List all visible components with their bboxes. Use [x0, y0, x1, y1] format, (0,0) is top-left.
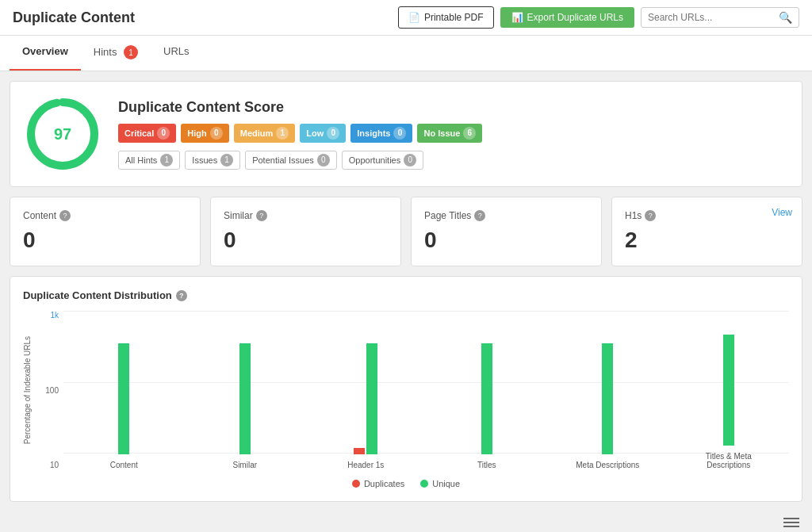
printable-pdf-button[interactable]: 📄 Printable PDF: [398, 6, 494, 29]
filter-pills: All Hints 1 Issues 1 Potential Issues 0 …: [118, 151, 789, 170]
bar-similar-unique: [239, 343, 251, 454]
score-donut: 97: [23, 94, 102, 174]
search-input[interactable]: [648, 12, 779, 23]
bar-label-meta: Meta Descriptions: [576, 461, 639, 469]
top-bar-actions: 📄 Printable PDF 📊 Export Duplicate URLs …: [398, 6, 799, 29]
badge-row: Critical 0 High 0 Medium 1 Low 0 Insight…: [118, 124, 789, 143]
metric-similar: Similar ? 0: [210, 197, 401, 266]
chart-inner: Content Similar Header 1s: [63, 311, 789, 469]
top-bar: Duplicate Content 📄 Printable PDF 📊 Expo…: [0, 0, 812, 36]
y-label-1k: 1k: [38, 311, 59, 320]
bar-content-unique: [118, 343, 129, 454]
bar-titlesmeta-unique: [723, 335, 734, 446]
page-titles-help-icon[interactable]: ?: [474, 210, 485, 221]
footer-actions: [0, 511, 812, 532]
tab-hints[interactable]: Hints 1: [81, 36, 151, 71]
search-box: 🔍: [641, 7, 799, 28]
y-label-10: 10: [38, 461, 59, 469]
bar-group-titles-meta: Titles & MetaDescriptions: [668, 319, 790, 469]
bar-label-titles: Titles: [477, 461, 496, 469]
pill-opportunities[interactable]: Opportunities 0: [342, 151, 423, 170]
bar-meta-unique: [602, 343, 613, 454]
bar-group-content: Content: [63, 327, 185, 469]
legend-uniq-dot: [420, 480, 428, 488]
bar-label-content: Content: [110, 461, 138, 469]
pdf-icon: 📄: [408, 12, 420, 23]
badge-low[interactable]: Low 0: [300, 124, 346, 143]
y-label-100: 100: [38, 386, 59, 395]
score-value: 97: [54, 125, 71, 144]
badge-high[interactable]: High 0: [181, 124, 228, 143]
badge-medium[interactable]: Medium 1: [234, 124, 296, 143]
metrics-row: Content ? 0 Similar ? 0 Page Titles ? 0 …: [10, 197, 802, 266]
score-card: 97 Duplicate Content Score Critical 0 Hi…: [10, 81, 802, 187]
chart-area: Percentage of Indexable URLs 1k 100 10: [23, 311, 789, 469]
score-info: Duplicate Content Score Critical 0 High …: [118, 99, 789, 170]
main-content: 97 Duplicate Content Score Critical 0 Hi…: [0, 71, 812, 511]
similar-value: 0: [224, 228, 388, 253]
h1s-help-icon[interactable]: ?: [645, 210, 656, 221]
badge-noissue[interactable]: No Issue 6: [417, 124, 482, 143]
page-titles-value: 0: [424, 228, 588, 253]
score-title: Duplicate Content Score: [118, 99, 789, 116]
pill-potential-issues[interactable]: Potential Issues 0: [245, 151, 337, 170]
legend-dup-dot: [352, 480, 360, 488]
bars-container: Content Similar Header 1s: [63, 311, 789, 469]
bar-group-header1s: Header 1s: [305, 327, 427, 469]
bar-header1s-unique: [366, 343, 377, 454]
bar-titles-unique: [481, 343, 492, 454]
metric-content: Content ? 0: [10, 197, 201, 266]
content-value: 0: [23, 228, 187, 253]
bar-group-titles: Titles: [427, 327, 548, 469]
h1s-value: 2: [625, 228, 789, 253]
y-axis-label: Percentage of Indexable URLs: [23, 336, 32, 444]
metric-h1s: H1s ? 2 View: [611, 197, 802, 266]
search-icon: 🔍: [779, 11, 792, 24]
y-axis-label-wrapper: Percentage of Indexable URLs: [23, 311, 35, 469]
bar-group-similar: Similar: [185, 327, 306, 469]
tab-overview[interactable]: Overview: [10, 36, 81, 71]
hamburger-menu[interactable]: [783, 518, 799, 527]
metric-page-titles: Page Titles ? 0: [411, 197, 602, 266]
legend-unique: Unique: [420, 479, 460, 488]
export-urls-button[interactable]: 📊 Export Duplicate URLs: [500, 7, 634, 28]
badge-insights[interactable]: Insights 0: [350, 124, 412, 143]
chart-legend: Duplicates Unique: [23, 479, 789, 488]
export-icon: 📊: [511, 12, 523, 23]
legend-duplicates: Duplicates: [352, 479, 404, 488]
tabs-bar: Overview Hints 1 URLs: [0, 36, 812, 71]
y-axis-ticks: 1k 100 10: [38, 311, 63, 469]
pill-issues[interactable]: Issues 1: [185, 151, 240, 170]
bar-label-similar: Similar: [232, 461, 257, 469]
hints-badge: 1: [124, 45, 138, 59]
tab-urls[interactable]: URLs: [151, 36, 202, 71]
h1s-view-link[interactable]: View: [772, 207, 792, 218]
content-help-icon[interactable]: ?: [59, 210, 71, 221]
pill-all-hints[interactable]: All Hints 1: [118, 151, 180, 170]
bar-label-titles-meta: Titles & MetaDescriptions: [706, 452, 752, 469]
similar-help-icon[interactable]: ?: [256, 210, 267, 221]
chart-section: Duplicate Content Distribution ? Percent…: [10, 276, 802, 502]
bar-header1s-dup: [354, 448, 365, 454]
chart-help-icon[interactable]: ?: [176, 290, 187, 301]
page-title: Duplicate Content: [13, 10, 135, 26]
bar-label-header1s: Header 1s: [347, 461, 384, 469]
bar-group-meta: Meta Descriptions: [547, 327, 668, 469]
badge-critical[interactable]: Critical 0: [118, 124, 176, 143]
